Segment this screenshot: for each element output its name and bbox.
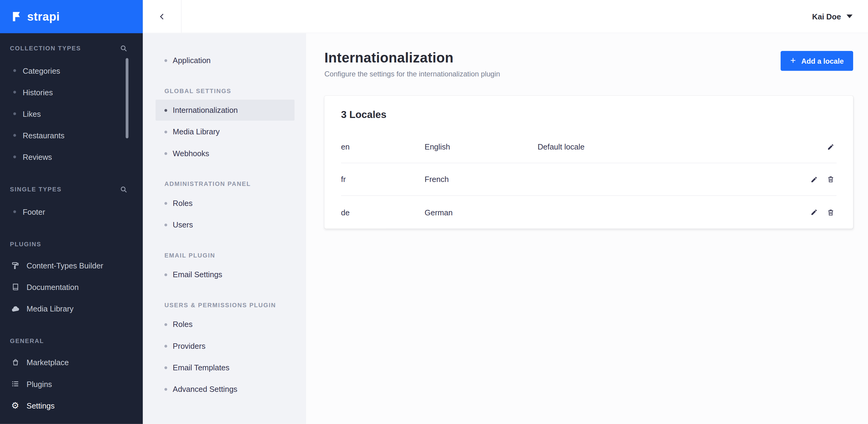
bullet-icon: [164, 388, 167, 390]
sidebar-scrollbar[interactable]: [126, 58, 128, 139]
search-icon: [120, 44, 127, 52]
locale-name: French: [425, 175, 537, 184]
main-content: Internationalization Configure the setti…: [306, 33, 868, 424]
settings-nav-internationalization[interactable]: Internationalization: [156, 99, 294, 121]
settings-nav-providers[interactable]: Providers: [156, 335, 294, 356]
pencil-icon: [811, 175, 818, 183]
trash-icon: [827, 208, 834, 216]
settings-nav-application[interactable]: Application: [156, 50, 294, 71]
strapi-logo[interactable]: strapi: [0, 0, 143, 33]
locales-card: 3 Locales en English Default locale: [324, 96, 853, 229]
cloud-icon: [11, 305, 20, 313]
sidebar-item-label: Restaurants: [23, 131, 65, 140]
delete-locale-button[interactable]: [826, 207, 836, 217]
settings-nav-label: Media Library: [173, 127, 220, 136]
collection-types-list: Categories Histories Likes Restaurants R…: [0, 60, 143, 168]
settings-nav-label: Advanced Settings: [173, 385, 237, 393]
general-list: Marketplace Plugins ⚙ Settings: [0, 352, 143, 416]
settings-nav-admin-roles[interactable]: Roles: [156, 193, 294, 214]
single-types-search-button[interactable]: [120, 186, 127, 193]
bullet-icon: [164, 273, 167, 276]
locales-card-title: 3 Locales: [341, 109, 836, 121]
list-icon: [11, 380, 20, 388]
plugins-heading-label: PLUGINS: [10, 241, 41, 248]
single-types-list: Footer: [0, 201, 143, 222]
bullet-icon: [164, 223, 167, 226]
global-settings-heading: GLOBAL SETTINGS: [164, 87, 306, 94]
settings-nav-label: Email Settings: [173, 270, 222, 279]
settings-nav-label: Application: [173, 56, 211, 65]
sidebar-item-plugins[interactable]: Plugins: [0, 373, 143, 395]
sidebar-item-restaurants[interactable]: Restaurants: [0, 125, 143, 146]
main-sidebar: strapi COLLECTION TYPES Categories Histo…: [0, 0, 143, 424]
settings-nav-email-templates[interactable]: Email Templates: [156, 357, 294, 378]
sidebar-item-reviews[interactable]: Reviews: [0, 146, 143, 168]
chevron-down-icon: [846, 14, 852, 18]
delete-locale-button[interactable]: [826, 174, 836, 185]
settings-nav-label: Roles: [173, 320, 192, 329]
settings-nav-label: Email Templates: [173, 363, 229, 372]
locale-row-en[interactable]: en English Default locale: [341, 131, 836, 163]
sidebar-item-documentation[interactable]: Documentation: [0, 276, 143, 298]
sidebar-item-histories[interactable]: Histories: [0, 81, 143, 103]
back-button[interactable]: [143, 0, 182, 33]
add-locale-button[interactable]: + Add a locale: [781, 51, 853, 71]
collection-types-search-button[interactable]: [120, 44, 127, 52]
locale-row-actions: [809, 174, 836, 185]
settings-nav-advanced-settings[interactable]: Advanced Settings: [156, 379, 294, 399]
pencil-icon: [811, 209, 818, 216]
sidebar-item-label: Histories: [23, 88, 53, 96]
administration-panel-heading: ADMINISTRATION PANEL: [164, 181, 306, 187]
bullet-icon: [13, 156, 16, 158]
sidebar-item-label: Reviews: [23, 153, 52, 161]
locale-row-fr[interactable]: fr French: [341, 163, 836, 196]
locale-row-actions: [809, 207, 836, 217]
sidebar-item-label: Media Library: [27, 304, 74, 313]
locale-code: de: [341, 208, 425, 217]
sidebar-item-categories[interactable]: Categories: [0, 60, 143, 81]
bullet-icon: [13, 112, 16, 115]
page-header-text: Internationalization Configure the setti…: [324, 50, 500, 78]
sidebar-item-marketplace[interactable]: Marketplace: [0, 352, 143, 373]
settings-nav-up-roles[interactable]: Roles: [156, 314, 294, 335]
user-menu[interactable]: Kai Doe: [812, 0, 852, 33]
collection-types-heading: COLLECTION TYPES: [0, 42, 143, 54]
sidebar-item-likes[interactable]: Likes: [0, 103, 143, 124]
settings-nav-webhooks[interactable]: Webhooks: [156, 143, 294, 164]
settings-nav-admin-users[interactable]: Users: [156, 214, 294, 235]
bullet-icon: [164, 59, 167, 62]
sidebar-item-footer[interactable]: Footer: [0, 201, 143, 222]
single-types-heading-label: SINGLE TYPES: [10, 186, 62, 193]
locale-name: German: [425, 208, 537, 217]
single-types-heading: SINGLE TYPES: [0, 183, 143, 195]
settings-nav-label: Webhooks: [173, 149, 209, 158]
settings-nav-media-library[interactable]: Media Library: [156, 121, 294, 142]
settings-subnav: Application GLOBAL SETTINGS Internationa…: [143, 33, 306, 424]
plus-icon: +: [790, 56, 796, 65]
chevron-left-icon: [157, 12, 166, 21]
sidebar-item-settings[interactable]: ⚙ Settings: [0, 395, 143, 416]
book-icon: [11, 283, 20, 291]
edit-locale-button[interactable]: [826, 142, 836, 151]
topbar: Kai Doe: [143, 0, 868, 33]
sidebar-item-content-types-builder[interactable]: Content-Types Builder: [0, 255, 143, 276]
sidebar-item-label: Footer: [23, 207, 45, 216]
shopping-bag-icon: [11, 358, 20, 366]
bullet-icon: [164, 130, 167, 133]
email-plugin-heading: EMAIL PLUGIN: [164, 252, 306, 258]
sidebar-item-label: Documentation: [27, 283, 79, 291]
plugins-list: Content-Types Builder Documentation Medi…: [0, 255, 143, 319]
bullet-icon: [164, 323, 167, 326]
locale-row-de[interactable]: de German: [341, 196, 836, 229]
sidebar-item-label: Likes: [23, 109, 41, 118]
plugins-heading: PLUGINS: [0, 238, 143, 250]
edit-locale-button[interactable]: [809, 175, 819, 184]
general-heading-label: GENERAL: [10, 337, 44, 344]
sidebar-item-label: Settings: [27, 401, 55, 410]
settings-nav-label: Users: [173, 220, 193, 229]
strapi-logo-text: strapi: [27, 10, 60, 23]
sidebar-item-media-library[interactable]: Media Library: [0, 298, 143, 319]
edit-locale-button[interactable]: [809, 207, 819, 217]
general-heading: GENERAL: [0, 335, 143, 347]
settings-nav-email-settings[interactable]: Email Settings: [156, 264, 294, 285]
